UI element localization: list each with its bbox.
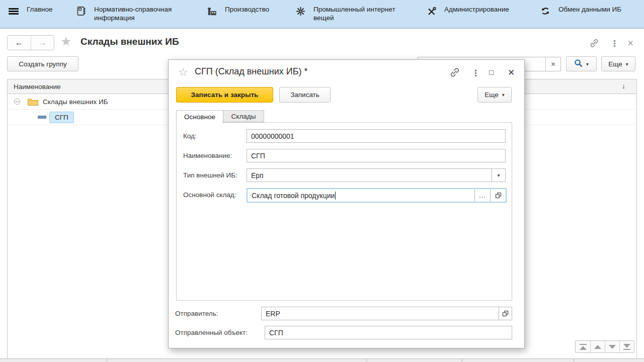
more-button-label: Еще <box>608 60 622 68</box>
nav-item-label: Администрирование <box>444 5 509 14</box>
sender-field <box>261 307 512 320</box>
tools-icon <box>426 6 437 17</box>
nav-item-administration[interactable]: Администрирование <box>426 0 526 28</box>
selected-item-label: СГП <box>49 112 74 123</box>
dialog-more-button[interactable]: Еще ▾ <box>477 87 512 103</box>
sender-input[interactable] <box>262 307 499 320</box>
search-icon <box>574 59 583 69</box>
sent-object-field[interactable] <box>265 326 512 339</box>
app-window: Главное Нормативно-справочная информация <box>0 0 644 362</box>
main-menu-icon <box>8 6 19 17</box>
nav-item-label: Обмен данными ИБ <box>558 5 621 14</box>
column-header-label: Наименование <box>14 83 61 90</box>
sent-object-label: Отправленный объект: <box>175 326 248 339</box>
tab-warehouses[interactable]: Склады <box>223 110 264 122</box>
main-fields-panel: Код: Наименование: Тип внешней ИБ: ▾ Осн… <box>176 122 512 301</box>
search-clear-icon[interactable]: ✕ <box>545 57 560 71</box>
get-link-icon[interactable] <box>449 66 461 80</box>
sync-icon <box>540 6 551 17</box>
status-bar <box>0 358 644 362</box>
more-menu-dots-icon[interactable]: ⋮ <box>610 38 619 49</box>
list-nav-buttons <box>575 340 634 353</box>
go-first-button[interactable] <box>576 341 590 352</box>
favorite-star-outline-icon[interactable]: ☆ <box>178 66 188 79</box>
close-page-icon[interactable]: ✕ <box>627 39 634 48</box>
ib-type-dropdown-button[interactable]: ▾ <box>492 169 505 182</box>
triangle-down-icon <box>609 345 616 349</box>
warehouse-edit-dialog: ☆ СГП (Склад внешних ИБ) * ⋮ □ ✕ Записат… <box>168 59 525 348</box>
favorite-star-icon[interactable]: ★ <box>60 34 71 49</box>
list-item-icon <box>38 116 46 119</box>
list-more-button[interactable]: Еще ▾ <box>601 56 635 71</box>
save-and-close-button[interactable]: Записать и закрыть <box>176 87 273 103</box>
maximize-icon[interactable]: □ <box>489 68 494 76</box>
ib-type-field: ▾ <box>247 168 506 182</box>
create-group-button[interactable]: Создать группу <box>7 56 78 71</box>
page-title: Склады внешних ИБ <box>80 36 179 47</box>
more-menu-dots-icon[interactable]: ⋮ <box>471 68 480 78</box>
ib-type-input[interactable] <box>247 169 492 182</box>
go-down-button[interactable] <box>605 341 619 352</box>
ib-type-label: Тип внешней ИБ: <box>183 168 237 182</box>
reference-book-icon <box>75 6 87 17</box>
sort-descending-icon[interactable]: ↓ <box>622 82 625 90</box>
code-field[interactable] <box>247 129 506 143</box>
nav-item-label: Промышленный интернет вещей <box>313 5 409 22</box>
search-button[interactable]: ▾ <box>566 56 597 71</box>
back-button[interactable]: ← <box>8 36 31 50</box>
main-warehouse-value[interactable]: Склад готовой продукции <box>248 189 474 202</box>
open-object-button[interactable] <box>499 307 512 320</box>
chevron-down-icon: ▾ <box>626 61 628 67</box>
nav-item-production[interactable]: Производство <box>206 0 282 28</box>
tab-main[interactable]: Основное <box>176 110 223 123</box>
more-button-label: Еще <box>485 91 498 99</box>
open-object-icon <box>502 310 509 317</box>
chevron-down-icon: ▾ <box>502 92 505 98</box>
forward-button[interactable]: → <box>31 36 54 50</box>
go-up-button[interactable] <box>590 341 605 352</box>
tree-group-label: Склады внешних ИБ <box>43 98 108 106</box>
open-object-button[interactable] <box>490 189 506 202</box>
nav-item-label: Производство <box>225 5 269 14</box>
nav-item-iot[interactable]: Промышленный интернет вещей <box>295 0 416 28</box>
main-warehouse-field: Склад готовой продукции ... <box>247 188 507 203</box>
dialog-title: СГП (Склад внешних ИБ) * <box>195 66 307 77</box>
name-field[interactable] <box>247 149 506 162</box>
collapse-icon[interactable] <box>14 99 20 105</box>
nav-item-main[interactable]: Главное <box>8 0 63 28</box>
go-last-button[interactable] <box>619 341 634 352</box>
code-label: Код: <box>183 129 197 143</box>
top-nav: Главное Нормативно-справочная информация <box>0 0 644 29</box>
nav-item-data-exchange[interactable]: Обмен данными ИБ <box>540 0 635 28</box>
nav-item-label: Главное <box>27 5 53 14</box>
history-nav: ← → <box>7 35 54 50</box>
nav-item-nsi[interactable]: Нормативно-справочная информация <box>75 0 196 28</box>
main-warehouse-label: Основной склад: <box>183 188 236 202</box>
triangle-down-icon <box>623 344 630 348</box>
save-button[interactable]: Записать <box>279 87 331 103</box>
get-link-icon[interactable] <box>589 38 600 51</box>
nav-item-label: Нормативно-справочная информация <box>94 5 192 22</box>
triangle-up-icon <box>594 345 601 349</box>
text-cursor <box>335 192 336 200</box>
chevron-down-icon: ▾ <box>586 61 589 67</box>
iot-icon <box>295 6 306 17</box>
open-object-icon <box>495 192 502 199</box>
name-label: Наименование: <box>183 149 232 162</box>
sender-label: Отправитель: <box>175 307 218 320</box>
triangle-up-icon <box>580 346 587 350</box>
chevron-down-icon: ▾ <box>497 172 500 178</box>
factory-icon <box>206 6 217 17</box>
choose-button[interactable]: ... <box>474 189 490 202</box>
close-dialog-icon[interactable]: ✕ <box>508 67 515 78</box>
folder-icon <box>27 98 39 108</box>
